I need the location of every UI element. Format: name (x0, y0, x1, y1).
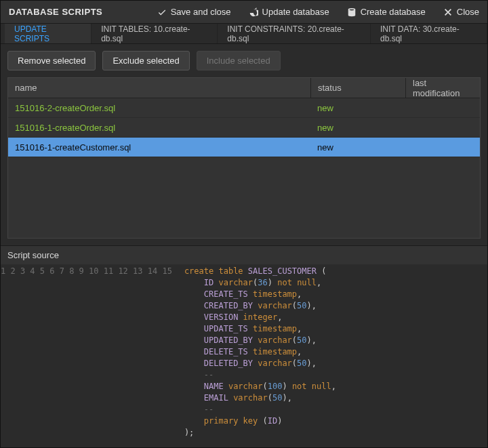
table-header: name status last modification (8, 78, 480, 98)
titlebar-actions: Save and close Update database Create da… (157, 7, 479, 17)
tab-init-data[interactable]: INIT DATA: 30.create-db.sql (371, 24, 487, 43)
scripts-table: name status last modification 151016-2-c… (7, 77, 481, 239)
close-label: Close (457, 7, 479, 17)
cell-status: new (310, 142, 405, 152)
close-icon (443, 7, 453, 17)
update-database-button[interactable]: Update database (249, 7, 329, 17)
code-lines: create table SALES_CUSTOMER ( ID varchar… (179, 264, 342, 447)
save-and-close-label: Save and close (171, 7, 231, 17)
save-and-close-button[interactable]: Save and close (157, 7, 231, 17)
table-row[interactable]: 151016-1-createCustomer.sql new (8, 138, 480, 157)
cell-name: 151016-2-createOrder.sql (8, 103, 310, 113)
titlebar: DATABASE SCRIPTS Save and close Update d… (1, 1, 487, 24)
script-source-section: Script source 1 2 3 4 5 6 7 8 9 10 11 12… (1, 245, 487, 447)
update-database-label: Update database (262, 7, 329, 17)
col-status-header[interactable]: status (310, 78, 405, 98)
col-mod-header[interactable]: last modification (405, 78, 480, 98)
exclude-selected-button[interactable]: Exclude selected (102, 51, 189, 70)
table-row[interactable]: 151016-2-createOrder.sql new (8, 98, 480, 118)
tab-init-tables[interactable]: INIT TABLES: 10.create-db.sql (92, 24, 218, 43)
create-database-label: Create database (361, 7, 426, 17)
remove-selected-button[interactable]: Remove selected (7, 51, 96, 70)
code-editor[interactable]: 1 2 3 4 5 6 7 8 9 10 11 12 13 14 15 crea… (1, 264, 487, 447)
database-scripts-window: DATABASE SCRIPTS Save and close Update d… (0, 0, 488, 448)
window-title: DATABASE SCRIPTS (9, 7, 102, 17)
create-database-button[interactable]: Create database (347, 7, 426, 17)
toolbar: Remove selected Exclude selected Include… (1, 44, 487, 77)
refresh-icon (249, 7, 258, 17)
table-body: 151016-2-createOrder.sql new 151016-1-cr… (8, 98, 480, 238)
cell-name: 151016-1-createOrder.sql (8, 123, 310, 133)
cell-status: new (310, 103, 405, 113)
include-selected-button: Include selected (197, 51, 281, 70)
tab-update-scripts[interactable]: UPDATE SCRIPTS (5, 24, 92, 43)
col-name-header[interactable]: name (8, 78, 310, 98)
check-icon (157, 7, 167, 17)
tab-init-constraints[interactable]: INIT CONSTRAINTS: 20.create-db.sql (218, 24, 371, 43)
database-icon (347, 7, 357, 17)
code-gutter: 1 2 3 4 5 6 7 8 9 10 11 12 13 14 15 (1, 264, 179, 447)
tabs: UPDATE SCRIPTS INIT TABLES: 10.create-db… (1, 24, 487, 44)
close-button[interactable]: Close (443, 7, 479, 17)
cell-status: new (310, 123, 405, 133)
table-row[interactable]: 151016-1-createOrder.sql new (8, 118, 480, 138)
cell-name: 151016-1-createCustomer.sql (8, 142, 310, 152)
script-source-title: Script source (1, 246, 487, 264)
